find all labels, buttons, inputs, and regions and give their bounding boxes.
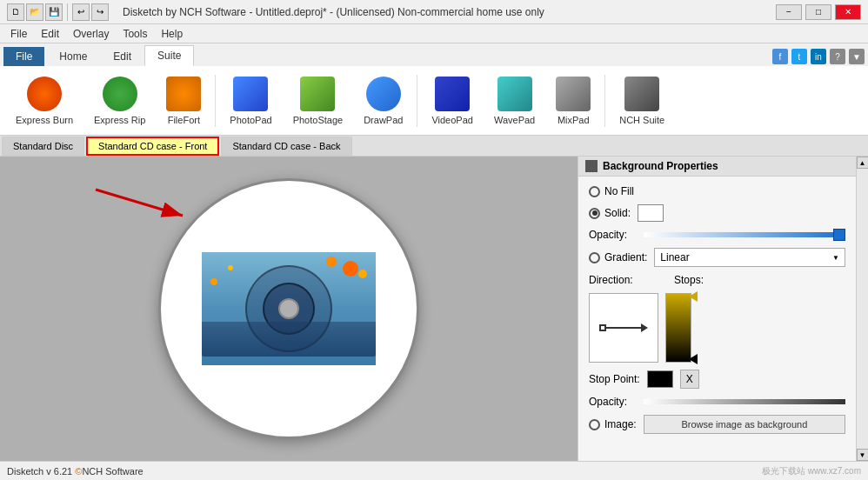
annotation-arrow bbox=[87, 181, 191, 224]
app-photostage[interactable]: PhotoStage bbox=[284, 73, 352, 129]
stop-color-swatch[interactable] bbox=[647, 370, 673, 388]
social-tw[interactable]: t bbox=[791, 49, 807, 64]
doc-tab-disc[interactable]: Standard Disc bbox=[2, 137, 84, 156]
tab-home[interactable]: Home bbox=[46, 46, 100, 66]
cd-hole bbox=[278, 298, 299, 319]
redo-btn[interactable]: ↪ bbox=[91, 3, 109, 21]
panel-title: Background Properties bbox=[603, 160, 718, 172]
save-btn[interactable]: 💾 bbox=[45, 3, 63, 21]
app-mixpad[interactable]: MixPad bbox=[547, 73, 599, 129]
blob4 bbox=[210, 278, 217, 285]
direction-arrow bbox=[599, 323, 648, 332]
opacity-row-2: Opacity: bbox=[589, 396, 845, 408]
app-photopad[interactable]: PhotoPad bbox=[221, 73, 280, 129]
no-fill-option[interactable]: No Fill bbox=[589, 185, 634, 197]
tab-suite[interactable]: Suite bbox=[144, 45, 194, 66]
social-fb[interactable]: f bbox=[772, 49, 788, 64]
minimize-btn[interactable]: − bbox=[776, 4, 802, 20]
no-fill-radio[interactable] bbox=[589, 186, 600, 197]
express-burn-icon bbox=[27, 77, 62, 111]
close-btn[interactable]: ✕ bbox=[835, 4, 861, 20]
image-radio[interactable] bbox=[589, 419, 600, 430]
gradient-radio[interactable] bbox=[589, 252, 600, 263]
scroll-down-btn[interactable]: ▼ bbox=[857, 449, 869, 461]
panel-scrollbar: ▲ ▼ bbox=[856, 157, 868, 461]
app-videopad[interactable]: VideoPad bbox=[423, 73, 482, 129]
cd-disc bbox=[158, 178, 419, 439]
direction-box[interactable] bbox=[589, 293, 658, 363]
statusbar: Disketch v 6.21 © NCH Software 极光下载站 www… bbox=[0, 461, 868, 480]
doc-tab-front[interactable]: Standard CD case - Front bbox=[86, 137, 219, 156]
stop-point-label: Stop Point: bbox=[589, 373, 640, 385]
arrow-head bbox=[641, 323, 648, 332]
videopad-label: VideoPad bbox=[431, 115, 473, 125]
app-express-rip[interactable]: Express Rip bbox=[85, 73, 154, 129]
open-btn[interactable]: 📂 bbox=[26, 3, 43, 21]
menu-btn[interactable]: ▼ bbox=[849, 49, 865, 64]
image-option[interactable]: Image: bbox=[589, 418, 637, 430]
nch-icon bbox=[624, 77, 659, 111]
opacity-label-2: Opacity: bbox=[589, 396, 637, 408]
dir-stops-labels: Direction: Stops: bbox=[589, 274, 845, 286]
help-btn[interactable]: ? bbox=[830, 49, 845, 64]
scroll-up-btn[interactable]: ▲ bbox=[857, 157, 869, 169]
stop-marker-bottom[interactable] bbox=[689, 354, 698, 364]
stops-gradient-box[interactable] bbox=[665, 293, 691, 363]
opacity-slider[interactable] bbox=[644, 232, 845, 237]
stop-x-button[interactable]: X bbox=[680, 370, 699, 389]
gradient-type-dropdown[interactable]: Linear ▼ bbox=[654, 248, 845, 267]
mixpad-icon bbox=[556, 77, 591, 111]
gradient-option[interactable]: Gradient: bbox=[589, 251, 647, 263]
panel-header: Background Properties bbox=[578, 157, 856, 177]
tab-edit[interactable]: Edit bbox=[100, 46, 144, 66]
solid-radio[interactable] bbox=[589, 208, 600, 219]
wavepad-icon bbox=[497, 77, 532, 111]
opacity-slider-2[interactable] bbox=[644, 399, 845, 404]
ribbon-right-icons: f t in ? ▼ bbox=[772, 49, 865, 66]
titlebar-controls: − □ ✕ bbox=[776, 4, 861, 20]
menubar: File Edit Overlay Tools Help bbox=[0, 24, 868, 43]
social-in[interactable]: in bbox=[811, 49, 826, 64]
canvas-area[interactable] bbox=[0, 157, 578, 461]
scroll-track[interactable] bbox=[857, 169, 869, 449]
menu-file[interactable]: File bbox=[3, 26, 34, 42]
menu-edit[interactable]: Edit bbox=[34, 26, 66, 42]
status-company: NCH Software bbox=[82, 466, 143, 477]
titlebar: 🗋 📂 💾 ↩ ↪ Disketch by NCH Software - Unt… bbox=[0, 0, 868, 24]
doc-tab-back[interactable]: Standard CD case - Back bbox=[221, 137, 351, 156]
photostage-icon bbox=[300, 77, 335, 111]
solid-label: Solid: bbox=[604, 207, 631, 219]
app-filefort[interactable]: FileFort bbox=[157, 73, 210, 129]
drawpad-icon bbox=[366, 77, 401, 111]
undo-btn[interactable]: ↩ bbox=[72, 3, 90, 21]
status-copyright-symbol: © bbox=[75, 466, 82, 477]
opacity-row: Opacity: bbox=[589, 229, 845, 241]
main-area: Background Properties No Fill Solid: bbox=[0, 157, 868, 461]
solid-color-swatch[interactable] bbox=[638, 204, 664, 222]
menu-tools[interactable]: Tools bbox=[116, 26, 154, 42]
status-version: Disketch v 6.21 bbox=[7, 466, 72, 477]
menu-help[interactable]: Help bbox=[154, 26, 190, 42]
new-btn[interactable]: 🗋 bbox=[7, 3, 24, 21]
gradient-row: Gradient: Linear ▼ bbox=[589, 248, 845, 267]
app-drawpad[interactable]: DrawPad bbox=[355, 73, 411, 129]
maximize-btn[interactable]: □ bbox=[805, 4, 831, 20]
title-text: Disketch by NCH Software - Untitled.depr… bbox=[123, 6, 544, 18]
stop-marker-top[interactable] bbox=[689, 291, 698, 302]
blob3 bbox=[358, 270, 367, 278]
right-side: Background Properties No Fill Solid: bbox=[578, 157, 868, 461]
solid-row: Solid: bbox=[589, 204, 845, 222]
opacity-handle[interactable] bbox=[833, 229, 845, 241]
tab-file[interactable]: File bbox=[3, 47, 44, 66]
solid-option[interactable]: Solid: bbox=[589, 207, 631, 219]
browse-image-button[interactable]: Browse image as background bbox=[644, 415, 845, 434]
app-express-burn[interactable]: Express Burn bbox=[7, 73, 82, 129]
arrow-line bbox=[606, 327, 641, 329]
app-wavepad[interactable]: WavePad bbox=[485, 73, 544, 129]
panel-content: No Fill Solid: Opacity: bbox=[578, 177, 856, 461]
stop-x-label: X bbox=[686, 373, 693, 385]
browse-label: Browse image as background bbox=[681, 419, 807, 430]
app-nch[interactable]: NCH Suite bbox=[611, 73, 673, 129]
blob2 bbox=[326, 257, 337, 267]
menu-overlay[interactable]: Overlay bbox=[66, 26, 116, 42]
